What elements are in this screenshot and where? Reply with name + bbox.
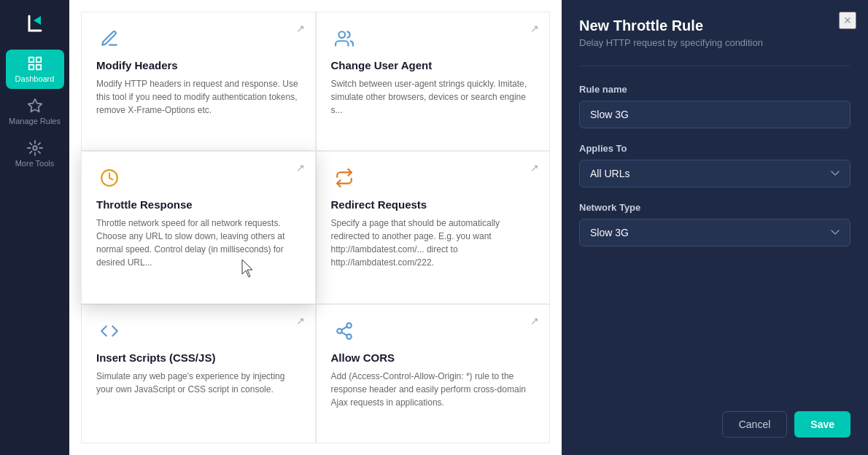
panel-subtitle: Delay HTTP request by specifying conditi… <box>579 37 850 48</box>
svg-rect-1 <box>36 58 40 62</box>
sidebar: Dashboard Manage Rules More Tools <box>0 0 69 455</box>
network-type-label: Network Type <box>579 202 850 213</box>
tool-title: Modify Headers <box>96 59 301 71</box>
expand-icon: ↗ <box>530 162 539 174</box>
throttle-rule-panel: × New Throttle Rule Delay HTTP request b… <box>562 0 868 455</box>
tool-desc: Simulate any web page's experience by in… <box>96 370 301 396</box>
tool-desc: Specify a page that should be automatica… <box>331 217 535 269</box>
main-content: ↗ Modify Headers Modify HTTP headers in … <box>69 0 562 455</box>
svg-point-4 <box>33 146 37 150</box>
expand-icon: ↗ <box>296 315 305 327</box>
close-button[interactable]: × <box>839 12 856 29</box>
expand-icon: ↗ <box>296 162 305 174</box>
tool-title: Allow CORS <box>331 351 535 364</box>
svg-line-11 <box>341 327 346 330</box>
tool-card-redirect-requests[interactable]: ↗ Redirect Requests Specify a page that … <box>316 151 551 303</box>
expand-icon: ↗ <box>530 315 539 327</box>
sidebar-item-label: More Tools <box>15 159 55 168</box>
panel-actions: Cancel Save <box>579 411 850 438</box>
rule-name-input[interactable] <box>579 101 850 128</box>
tool-desc: Add (Access-Control-Allow-Origin: *) rul… <box>331 370 535 409</box>
expand-icon: ↗ <box>296 23 305 34</box>
sidebar-item-more-tools[interactable]: More Tools <box>6 134 64 174</box>
applies-to-select[interactable]: All URLs Specific URL Regex <box>579 160 850 187</box>
tool-card-modify-headers[interactable]: ↗ Modify Headers Modify HTTP headers in … <box>81 12 316 151</box>
svg-rect-2 <box>28 65 33 69</box>
applies-to-label: Applies To <box>579 143 850 154</box>
svg-rect-0 <box>28 58 33 62</box>
expand-icon: ↗ <box>530 23 539 34</box>
svg-point-5 <box>338 31 345 38</box>
tool-card-change-user-agent[interactable]: ↗ Change User Agent Switch between user-… <box>316 12 551 151</box>
tool-title: Redirect Requests <box>331 198 535 211</box>
users-icon <box>331 26 357 52</box>
tool-desc: Throttle network speed for all network r… <box>96 217 301 269</box>
svg-line-10 <box>341 332 346 335</box>
divider <box>579 66 850 66</box>
tool-desc: Modify HTTP headers in request and respo… <box>96 77 301 117</box>
cancel-button[interactable]: Cancel <box>722 411 788 438</box>
tool-card-insert-scripts[interactable]: ↗ Insert Scripts (CSS/JS) Simulate any w… <box>81 304 316 443</box>
rule-name-label: Rule name <box>579 84 850 95</box>
save-button[interactable]: Save <box>794 411 850 438</box>
sidebar-item-label: Manage Rules <box>9 117 61 125</box>
redirect-icon <box>331 165 357 191</box>
tool-card-throttle-response[interactable]: ↗ Throttle Response Throttle network spe… <box>81 151 316 303</box>
clock-icon <box>96 165 123 191</box>
logo <box>19 9 51 41</box>
share-icon <box>331 318 357 344</box>
tool-title: Throttle Response <box>96 198 301 211</box>
tool-title: Insert Scripts (CSS/JS) <box>96 351 301 364</box>
tool-desc: Switch between user-agent strings quickl… <box>331 77 535 117</box>
svg-rect-3 <box>36 65 40 69</box>
tool-card-allow-cors[interactable]: ↗ Allow CORS Add (Access-Control-Allow-O… <box>316 304 551 443</box>
tools-grid: ↗ Modify Headers Modify HTTP headers in … <box>69 0 562 455</box>
sidebar-item-label: Dashboard <box>15 74 55 83</box>
pencil-icon <box>96 26 123 52</box>
panel-title: New Throttle Rule <box>579 18 850 34</box>
code-icon <box>96 318 123 344</box>
tool-title: Change User Agent <box>331 59 535 71</box>
network-type-select[interactable]: Slow 3G Fast 3G 4G Custom <box>579 219 850 246</box>
sidebar-item-dashboard[interactable]: Dashboard <box>6 50 64 89</box>
sidebar-item-manage-rules[interactable]: Manage Rules <box>6 92 64 131</box>
